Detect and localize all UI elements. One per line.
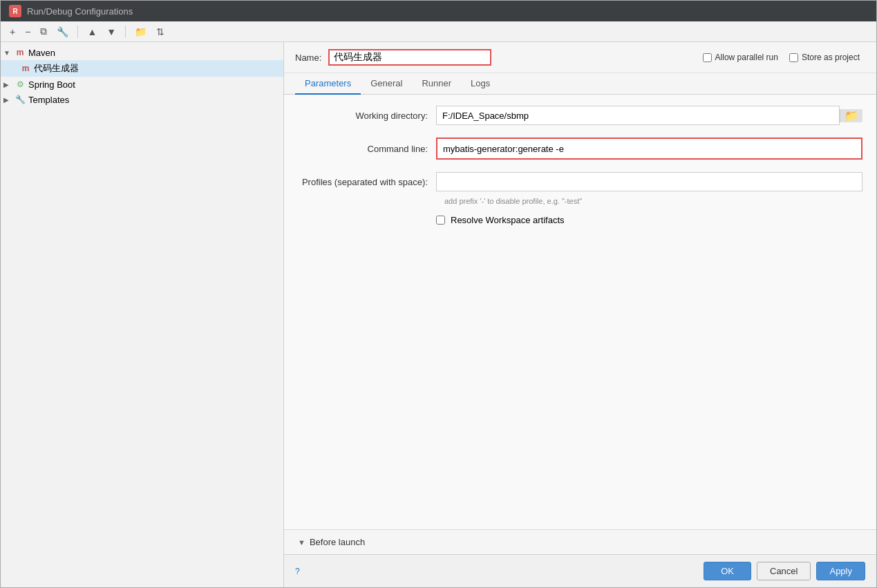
sidebar-item-codegen-label: 代码生成器 <box>34 62 79 75</box>
wrench-button[interactable]: 🔧 <box>53 25 72 39</box>
run-debug-configurations-dialog: R Run/Debug Configurations + − ⧉ 🔧 ▲ ▼ 📁… <box>0 0 877 588</box>
command-line-input[interactable] <box>437 139 861 158</box>
name-input-wrap <box>328 49 491 66</box>
profiles-hint: add prefix '-' to disable profile, e.g. … <box>444 197 862 205</box>
sidebar-item-maven[interactable]: ▼ m Maven <box>1 45 283 60</box>
sidebar-item-templates-label: Templates <box>28 95 69 105</box>
springboot-arrow: ▶ <box>3 81 12 88</box>
sidebar-item-codegen[interactable]: m 代码生成器 <box>1 60 283 77</box>
allow-parallel-run-option[interactable]: Allow parallel run <box>703 53 778 62</box>
sidebar-item-templates[interactable]: ▶ 🔧 Templates <box>1 92 283 107</box>
name-bar: Name: Allow parallel run Store as projec… <box>284 42 876 73</box>
working-directory-input[interactable] <box>436 106 840 125</box>
tab-general[interactable]: General <box>361 73 412 95</box>
sidebar: ▼ m Maven m 代码生成器 ▶ ⚙ Spring Boot ▶ 🔧 Te… <box>1 42 284 587</box>
working-directory-label: Working directory: <box>298 111 436 121</box>
command-line-row: Command line: <box>298 137 862 160</box>
toolbar: + − ⧉ 🔧 ▲ ▼ 📁 ⇅ <box>1 21 876 42</box>
command-line-label: Command line: <box>298 144 436 154</box>
name-input[interactable] <box>334 52 486 63</box>
app-icon-text: R <box>12 8 17 15</box>
sidebar-item-maven-label: Maven <box>28 48 55 58</box>
resolve-workspace-label: Resolve Workspace artifacts <box>451 215 565 225</box>
working-directory-row: Working directory: 📁 <box>298 106 862 125</box>
footer: ? OK Cancel Apply <box>284 554 876 587</box>
allow-parallel-run-label: Allow parallel run <box>715 53 778 62</box>
options-row: Allow parallel run Store as project <box>703 53 860 62</box>
allow-parallel-run-checkbox[interactable] <box>703 53 712 62</box>
remove-config-button[interactable]: − <box>21 25 34 39</box>
apply-button[interactable]: Apply <box>816 562 865 580</box>
maven-arrow: ▼ <box>3 49 12 57</box>
profiles-label: Profiles (separated with space): <box>298 177 436 187</box>
sidebar-item-springboot-label: Spring Boot <box>28 79 75 90</box>
store-as-project-label: Store as project <box>802 53 860 62</box>
maven-icon: m <box>15 47 26 58</box>
move-up-button[interactable]: ▲ <box>84 25 100 39</box>
profiles-row: Profiles (separated with space): <box>298 172 862 191</box>
app-icon: R <box>9 5 21 17</box>
store-as-project-checkbox[interactable] <box>789 53 798 62</box>
before-launch-label: Before launch <box>310 537 365 547</box>
folder-button[interactable]: 📁 <box>131 25 150 39</box>
tab-runner[interactable]: Runner <box>412 73 461 95</box>
toolbar-separator-1 <box>77 26 78 38</box>
sort-button[interactable]: ⇅ <box>153 25 168 39</box>
tab-parameters[interactable]: Parameters <box>295 73 361 95</box>
dialog-title: Run/Debug Configurations <box>27 6 133 17</box>
ok-button[interactable]: OK <box>704 562 751 580</box>
tabs-bar: Parameters General Runner Logs <box>284 73 876 95</box>
store-as-project-option[interactable]: Store as project <box>789 53 860 62</box>
sidebar-item-springboot[interactable]: ▶ ⚙ Spring Boot <box>1 77 283 92</box>
working-directory-browse-button[interactable]: 📁 <box>840 109 862 122</box>
before-launch-arrow: ▼ <box>298 538 305 547</box>
profiles-input[interactable] <box>436 172 862 191</box>
tab-logs[interactable]: Logs <box>461 73 500 95</box>
name-label: Name: <box>295 53 321 63</box>
copy-config-button[interactable]: ⧉ <box>37 24 50 39</box>
springboot-icon: ⚙ <box>15 79 26 90</box>
before-launch-section: ▼ Before launch <box>284 529 876 554</box>
command-line-input-wrap <box>436 137 862 160</box>
move-down-button[interactable]: ▼ <box>103 25 120 39</box>
codegen-icon: m <box>20 63 31 74</box>
before-launch-header[interactable]: ▼ Before launch <box>298 537 862 547</box>
resolve-workspace-checkbox[interactable] <box>436 216 445 225</box>
help-link[interactable]: ? <box>295 567 300 576</box>
templates-arrow: ▶ <box>3 96 12 104</box>
cancel-button[interactable]: Cancel <box>757 562 811 580</box>
templates-icon: 🔧 <box>15 94 26 105</box>
add-config-button[interactable]: + <box>6 25 19 39</box>
main-content: ▼ m Maven m 代码生成器 ▶ ⚙ Spring Boot ▶ 🔧 Te… <box>1 42 876 587</box>
resolve-workspace-row: Resolve Workspace artifacts <box>436 215 862 225</box>
title-bar: R Run/Debug Configurations <box>1 1 876 21</box>
toolbar-separator-2 <box>125 26 126 38</box>
form-area: Working directory: 📁 Command line: Profi… <box>284 95 876 529</box>
right-panel: Name: Allow parallel run Store as projec… <box>284 42 876 587</box>
